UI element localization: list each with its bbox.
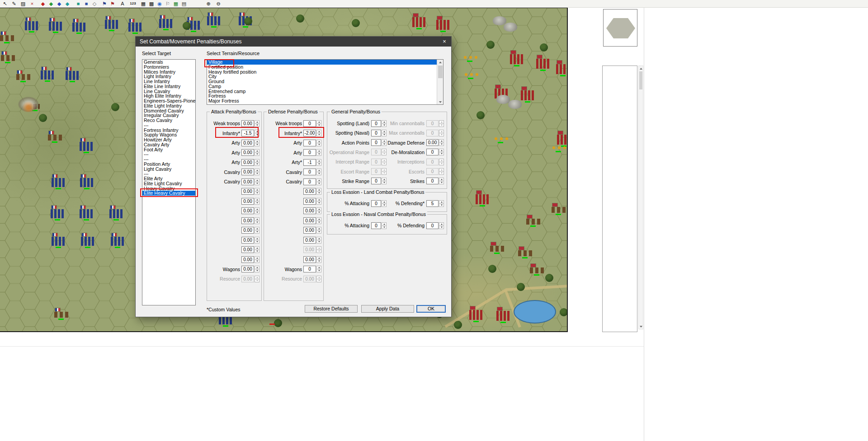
unit-cavf[interactable]	[16, 70, 33, 82]
unit-cavf[interactable]	[54, 308, 71, 320]
field-value[interactable]: 0.00	[303, 276, 316, 282]
spinner-down-icon[interactable]	[316, 182, 321, 185]
spinner[interactable]	[316, 130, 321, 136]
spinner-up-icon[interactable]	[382, 159, 387, 162]
spinner-down-icon[interactable]	[382, 152, 387, 155]
spinner[interactable]	[316, 178, 321, 185]
field-value[interactable]: 0.00	[241, 217, 254, 224]
field-value[interactable]: 0.00	[241, 188, 254, 195]
spinner-down-icon[interactable]	[255, 260, 259, 263]
unit-fr[interactable]	[41, 67, 57, 82]
spinner[interactable]	[255, 217, 259, 224]
spinner-up-icon[interactable]	[382, 139, 387, 143]
unit-fr[interactable]	[111, 233, 127, 248]
spinner-down-icon[interactable]	[316, 269, 321, 272]
spinner-down-icon[interactable]	[255, 133, 259, 136]
field-value[interactable]: 0	[426, 120, 439, 127]
list-item[interactable]: Elite Line Infantry	[142, 84, 195, 89]
spinner-down-icon[interactable]	[255, 172, 259, 175]
spinner-down-icon[interactable]	[439, 152, 444, 155]
spinner-up-icon[interactable]	[255, 207, 259, 211]
unit-fr[interactable]	[72, 19, 89, 34]
unit-fr[interactable]	[105, 16, 121, 31]
spinner[interactable]	[382, 149, 387, 155]
spinner-up-icon[interactable]	[316, 140, 321, 143]
spinner-down-icon[interactable]	[316, 240, 321, 244]
spinner-up-icon[interactable]	[316, 149, 321, 153]
spinner-down-icon[interactable]	[255, 163, 259, 166]
cube-blue-icon[interactable]: ■	[82, 0, 90, 7]
spinner-down-icon[interactable]	[255, 230, 259, 234]
spinner-down-icon[interactable]	[316, 211, 321, 214]
spinner[interactable]	[316, 159, 321, 166]
list-item[interactable]: City	[207, 74, 443, 79]
spinner[interactable]	[439, 120, 444, 127]
spinner-up-icon[interactable]	[439, 149, 444, 152]
field-value[interactable]: 0	[371, 149, 381, 155]
field-value[interactable]: 0	[371, 130, 381, 136]
unit-fr[interactable]	[109, 206, 126, 220]
spinner-up-icon[interactable]	[316, 256, 321, 260]
apply-data-button[interactable]: Apply Data	[361, 305, 414, 313]
spinner-up-icon[interactable]	[382, 168, 387, 172]
unit-cavg[interactable]	[530, 264, 546, 276]
field-value[interactable]: 0	[371, 178, 381, 184]
spinner[interactable]	[439, 139, 444, 146]
ok-button[interactable]: OK	[416, 305, 446, 313]
field-value[interactable]: 0.00	[241, 227, 254, 234]
unit-gb[interactable]	[436, 16, 453, 32]
field-value[interactable]: 0.00	[241, 159, 254, 166]
unit-fr[interactable]	[52, 233, 68, 248]
spinner-down-icon[interactable]	[439, 172, 444, 175]
diamond-teal-icon[interactable]: ◆	[63, 0, 71, 7]
unit-art[interactable]	[552, 145, 568, 152]
spinner-up-icon[interactable]	[382, 149, 387, 152]
field-value[interactable]: 0.00	[303, 207, 316, 214]
list-item[interactable]: Entrenched camp	[207, 89, 443, 94]
field-value[interactable]: 0	[303, 266, 316, 272]
spinner-up-icon[interactable]	[439, 222, 444, 226]
spinner-up-icon[interactable]	[316, 159, 321, 163]
field-value[interactable]: 0	[426, 178, 439, 184]
spinner-up-icon[interactable]	[255, 256, 259, 260]
spinner-up-icon[interactable]	[382, 222, 387, 226]
unit-gb[interactable]	[556, 61, 568, 76]
spinner[interactable]	[316, 120, 321, 127]
field-value[interactable]: 0	[426, 168, 439, 175]
field-value[interactable]: 0	[371, 168, 381, 175]
unit-blue-flag-icon[interactable]: ⚑	[100, 0, 108, 7]
spinner[interactable]	[439, 130, 444, 136]
spinner-down-icon[interactable]	[382, 172, 387, 175]
spinner-up-icon[interactable]	[316, 237, 321, 240]
unit-fr[interactable]	[80, 138, 96, 153]
field-value[interactable]: 0.00	[241, 246, 254, 253]
spinner-down-icon[interactable]	[439, 181, 444, 184]
spinner-up-icon[interactable]	[255, 198, 259, 202]
spinner[interactable]	[255, 120, 259, 127]
spinner[interactable]	[316, 227, 321, 234]
spinner[interactable]	[439, 222, 444, 229]
field-value[interactable]: 0	[303, 149, 316, 156]
unit-fr[interactable]	[207, 13, 223, 28]
spinner-down-icon[interactable]	[255, 250, 259, 253]
spinner[interactable]	[439, 178, 444, 184]
spinner-up-icon[interactable]	[439, 159, 444, 162]
spinner-up-icon[interactable]	[382, 178, 387, 181]
spinner[interactable]	[255, 188, 259, 195]
field-value[interactable]: 0.00	[426, 139, 439, 146]
label-tool-icon[interactable]: A	[118, 0, 127, 7]
select-tool-icon[interactable]: ↖	[1, 0, 9, 7]
spinner-up-icon[interactable]	[255, 217, 259, 221]
unit-fr[interactable]	[66, 67, 82, 82]
field-value[interactable]: 0.00	[241, 120, 254, 127]
cube-teal-icon[interactable]: ■	[74, 0, 82, 7]
spinner[interactable]	[255, 276, 259, 282]
field-value[interactable]: 0.00	[303, 237, 316, 244]
list-item[interactable]: Pontonniers	[142, 65, 195, 70]
list-item[interactable]: ---	[142, 152, 195, 157]
spinner-down-icon[interactable]	[255, 182, 259, 185]
spinner[interactable]	[382, 130, 387, 136]
spinner-up-icon[interactable]	[255, 159, 259, 163]
dialog-titlebar[interactable]: Set Combat/Movement Penalties/Bonuses ×	[136, 37, 451, 47]
list-item[interactable]: ---	[142, 123, 195, 128]
